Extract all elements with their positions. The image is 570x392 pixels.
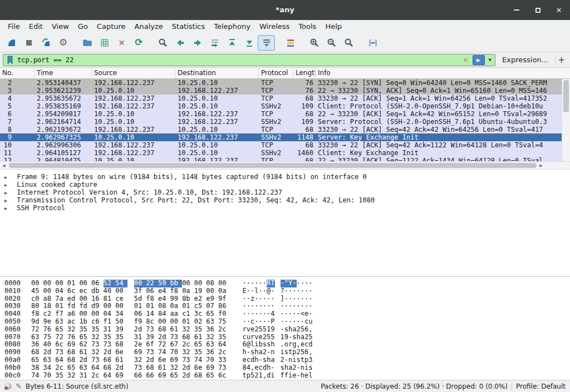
menu-item[interactable]: Tools [294,20,321,33]
zoom-original-button[interactable] [340,35,357,51]
expression-button[interactable]: Expression... [495,56,555,64]
menu-item[interactable]: View [47,20,73,33]
zoom-out-button[interactable] [323,35,340,51]
hex-row[interactable]: 0070637572766532353531392d7368613235curv… [4,334,570,341]
packet-list: 2 2.953140437 192.168.122.237 10.25.0.10… [0,79,570,161]
restart-capture-button[interactable] [37,35,55,51]
hex-row[interactable]: 00a0656364682d736861322d6e6973747033ecdh… [4,356,570,364]
scroll-left-arrow-icon[interactable]: ◀ [0,162,8,169]
packet-list-vertical-scrollbar[interactable] [562,79,570,161]
start-capture-button[interactable] [3,35,20,51]
reload-button[interactable]: ⟳ [130,35,148,51]
filter-dropdown-icon[interactable]: ▾ [487,56,494,63]
packet-detail-line[interactable]: ▸ Linux cooked capture [0,181,570,188]
packet-row[interactable]: 6 2.954209817 10.25.0.10 192.168.122.237… [0,110,570,118]
menu-item[interactable]: Help [321,20,346,33]
auto-scroll-button[interactable] [258,35,275,51]
zoom-in-button[interactable] [306,35,323,51]
hex-row[interactable]: 0030801801fdfdd900000101080a01c50786····… [4,302,570,310]
packet-row[interactable]: 8 2.962193672 192.168.122.237 10.25.0.10… [0,126,570,133]
expert-info-icon[interactable] [4,383,12,390]
close-file-button[interactable]: ✕ [113,35,130,51]
column-header-length[interactable]: Length [293,68,316,78]
column-header-protocol[interactable]: Protocol [259,68,293,78]
titlebar: *any ✕ [0,0,570,20]
packet-detail-line[interactable]: ▸ Transmission Control Protocol, Src Por… [0,196,570,204]
packet-row[interactable]: 9 2.962967325 10.25.0.10 192.168.122.237… [0,133,570,141]
packet-detail-line[interactable]: ▸ Frame 9: 1148 bytes on wire (9184 bits… [0,173,570,181]
find-packet-button[interactable] [154,35,171,51]
capture-comment-icon[interactable]: ✎ [16,382,22,390]
hex-row[interactable]: 006072766532353531392d7368613235362crve2… [4,326,570,334]
hex-row[interactable]: 0020c0a87aed001681ce5df8e4998be2e99f··z·… [4,295,570,303]
hex-row[interactable]: 00b038342c656364682d736861322d6e697384,e… [4,364,570,372]
column-header-no[interactable]: No. [0,68,35,78]
menu-item[interactable]: Wireless [255,20,294,33]
maximize-button[interactable] [532,4,543,16]
menu-item[interactable]: Statistics [168,20,209,33]
display-filter-field[interactable]: ✕ ▶ ▾ [3,54,495,66]
filter-clear-icon[interactable]: ✕ [461,56,470,64]
filter-bookmark-icon[interactable] [5,55,15,65]
expand-triangle-icon[interactable]: ▸ [4,173,13,181]
scroll-right-arrow-icon[interactable]: ▶ [537,162,545,169]
packet-row[interactable]: 12 2.964810475 10.25.0.10 192.168.122.23… [0,157,570,161]
resize-columns-button[interactable] [364,35,381,51]
hex-row[interactable]: 008036406c69627373682e6f72672c6563646@li… [4,341,570,349]
menu-item[interactable]: Analyze [130,20,168,33]
menu-item[interactable]: Go [73,20,92,33]
colorize-button[interactable] [282,35,299,51]
packet-row[interactable]: 4 2.953635672 192.168.122.237 10.25.0.10… [0,95,570,102]
packet-row[interactable]: 2 2.953140437 192.168.122.237 10.25.0.10… [0,79,570,87]
packet-row[interactable]: 5 2.953835169 192.168.122.237 10.25.0.10… [0,102,570,110]
menu-item[interactable]: File [3,20,24,33]
go-forward-button[interactable] [189,35,206,51]
packet-detail-line[interactable]: ▸ SSH Protocol [0,204,570,212]
hex-row[interactable]: 00104500046cecdb40003f06e4f80a19000aE··l… [4,287,570,295]
go-first-packet-button[interactable] [223,35,240,51]
menu-item[interactable]: Telephony [209,20,255,33]
hex-row[interactable]: 0040f8c2f7a600000434061484aac13c65f0····… [4,310,570,318]
cell-source: 10.25.0.10 [92,110,175,118]
menu-item[interactable]: Capture [92,20,130,33]
add-filter-button[interactable]: + [555,55,567,65]
menu-item[interactable]: Edit [24,20,47,33]
cell-time: 2.962193672 [35,126,92,133]
expand-triangle-icon[interactable]: ▸ [4,189,13,197]
hex-row[interactable]: 00c074703532312c6469666669652d68656ctp52… [4,372,570,380]
expand-triangle-icon[interactable]: ▸ [4,205,13,212]
hex-row[interactable]: 00509d9e63ac1bc6f150f98c000001026375··c·… [4,318,570,326]
go-to-packet-button[interactable] [206,35,223,51]
column-header-destination[interactable]: Destination [175,68,259,78]
scrollbar-thumb[interactable] [9,163,537,168]
packet-detail-line[interactable]: ▸ Internet Protocol Version 4, Src: 10.2… [0,188,570,196]
cell-info: 22 → 33230 [ACK] Seq=1122 Ack=1434 Win=6… [316,157,546,161]
filter-apply-icon[interactable]: ▶ [473,55,485,65]
scrollbar-thumb[interactable] [563,80,569,112]
minimize-button[interactable] [511,4,522,16]
packet-list-horizontal-scrollbar[interactable]: ◀ ▶ [0,161,570,170]
save-file-button[interactable] [96,35,113,51]
hex-row[interactable]: 00000000000100065254002259bb00000800····… [4,280,570,287]
display-filter-input[interactable] [17,55,459,65]
expand-triangle-icon[interactable]: ▸ [4,181,13,189]
status-field-info: Bytes 6-11: Source (sll.src.eth) [26,383,317,390]
expand-triangle-icon[interactable]: ▸ [4,197,13,205]
cell-time: 2.962967325 [35,133,92,141]
column-header-time[interactable]: Time [35,68,92,78]
packet-row[interactable]: 3 2.953621239 10.25.0.10 192.168.122.237… [0,87,570,95]
packet-row[interactable]: 11 2.964105127 192.168.122.237 10.25.0.1… [0,149,570,157]
status-packet-counts: Packets: 26 · Displayed: 25 (96.2%) · Dr… [321,383,508,390]
close-button[interactable]: ✕ [553,4,564,16]
go-last-packet-button[interactable] [240,35,258,51]
status-profile[interactable]: Profile: Default [516,383,566,390]
open-file-button[interactable] [78,35,96,51]
stop-capture-button[interactable] [20,35,37,51]
packet-row[interactable]: 10 2.962996306 192.168.122.237 10.25.0.1… [0,141,570,149]
go-back-button[interactable] [171,35,189,51]
packet-row[interactable]: 7 2.962164714 10.25.0.10 192.168.122.237… [0,118,570,126]
hex-row[interactable]: 0090682d736861322d6e697374703235362ch-sh… [4,349,570,356]
column-header-source[interactable]: Source [92,68,175,78]
capture-options-button[interactable]: ⚙ [55,35,72,51]
column-header-info[interactable]: Info [316,68,570,78]
